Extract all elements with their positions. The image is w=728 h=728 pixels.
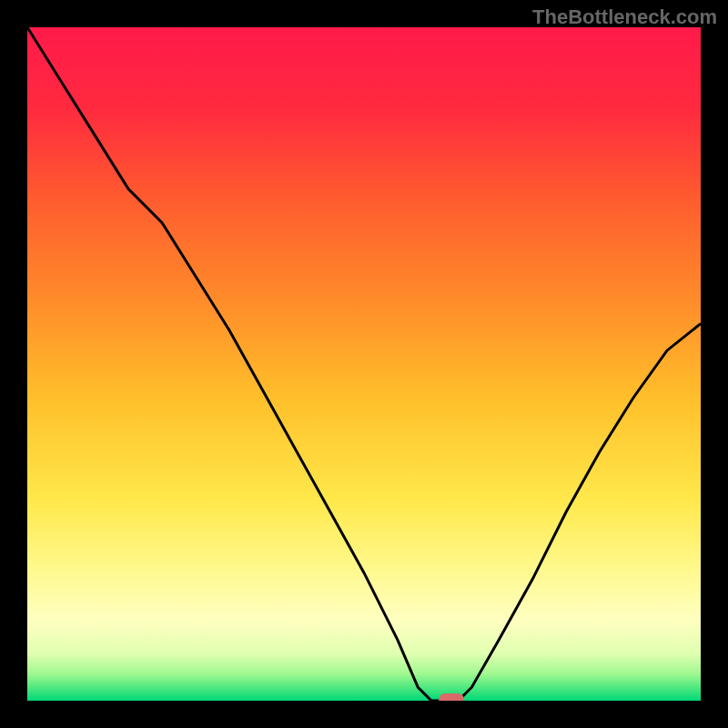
- chart-plot-area: [27, 27, 701, 701]
- chart-background: [27, 27, 701, 701]
- chart-svg: [27, 27, 701, 701]
- watermark-text: TheBottleneck.com: [532, 5, 717, 29]
- optimal-marker: [439, 693, 464, 701]
